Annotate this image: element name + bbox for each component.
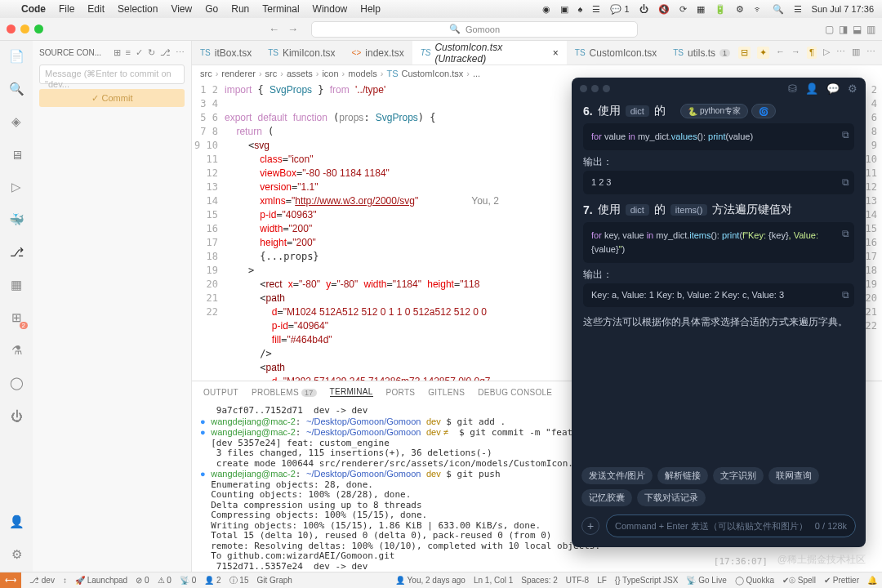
tray-icon[interactable]: 💬 1 — [610, 4, 629, 15]
tb-icon[interactable]: ⋯ — [866, 47, 875, 59]
chip-memory[interactable]: 记忆胶囊 — [581, 489, 632, 506]
status-prettier[interactable]: ✔ Prettier — [824, 576, 859, 586]
panel-debug[interactable]: DEBUG CONSOLE — [478, 388, 552, 397]
a-close-icon[interactable] — [580, 85, 587, 92]
tab-customicon-untracked[interactable]: TSCustomIcon.tsx (Untracked)× — [412, 41, 567, 65]
a-zoom-icon[interactable] — [603, 85, 610, 92]
tab-itbox[interactable]: TSitBox.tsx — [192, 41, 260, 65]
account-icon[interactable]: 👤 — [7, 513, 25, 531]
menu-selection[interactable]: Selection — [118, 3, 158, 15]
panel-terminal[interactable]: TERMINAL — [330, 387, 373, 397]
branch-icon[interactable]: ⎇ — [160, 47, 171, 58]
ext-icon[interactable]: ⊞2 — [7, 309, 25, 327]
copy-icon[interactable]: ⧉ — [842, 227, 849, 240]
panel-problems[interactable]: PROBLEMS17 — [252, 388, 317, 397]
circle-icon[interactable]: ◯ — [7, 374, 25, 392]
tray-wifi-icon[interactable]: ᯤ — [754, 4, 763, 14]
tray-icon[interactable]: ⏻ — [639, 4, 648, 14]
tray-icon[interactable]: ◉ — [542, 4, 550, 15]
power-icon[interactable]: ⏻ — [7, 407, 25, 425]
menu-terminal[interactable]: Terminal — [262, 3, 299, 15]
list-icon[interactable]: ≡ — [126, 47, 131, 58]
check-icon[interactable]: ✓ — [136, 47, 143, 58]
menu-go[interactable]: Go — [205, 3, 218, 15]
tb-icon[interactable]: ⊟ — [738, 47, 751, 59]
a-gear-icon[interactable]: ⚙ — [848, 82, 858, 95]
app-name[interactable]: Code — [21, 3, 46, 15]
copy-icon[interactable]: ⧉ — [842, 176, 849, 189]
status-bell-icon[interactable]: 🔔 — [867, 576, 877, 586]
tb-icon[interactable]: ¶ — [807, 47, 817, 59]
a-user-icon[interactable]: 👤 — [805, 82, 818, 95]
close-tab-icon[interactable]: × — [553, 47, 559, 59]
status-info[interactable]: ⓘ 15 — [229, 575, 249, 586]
menu-view[interactable]: View — [171, 3, 192, 15]
tb-icon[interactable]: ✦ — [757, 47, 769, 59]
status-err[interactable]: ⊘ 0 — [136, 576, 149, 585]
a-chat-icon[interactable]: 💬 — [826, 82, 840, 95]
menu-run[interactable]: Run — [231, 3, 249, 15]
chip-web[interactable]: 联网查询 — [768, 467, 819, 484]
tb-icon[interactable]: → — [791, 47, 800, 59]
layout-icon[interactable]: ◨ — [839, 24, 848, 35]
status-spell[interactable]: ✔⦾ Spell — [782, 576, 816, 586]
status-branch[interactable]: ⎇ dev — [29, 576, 55, 585]
menubar-clock[interactable]: Sun Jul 7 17:36 — [812, 4, 874, 14]
status-graph[interactable]: Git Graph — [256, 576, 292, 585]
status-author[interactable]: 👤 You, 2 days ago — [395, 576, 466, 586]
tab-kimiicon[interactable]: TSKimiIcon.tsx — [260, 41, 343, 65]
chip-download[interactable]: 下载对话记录 — [637, 489, 706, 506]
command-center[interactable]: 🔍 Gomoon — [311, 21, 638, 38]
model-chip[interactable]: 🌀 — [751, 104, 776, 118]
status-quokka[interactable]: ◯ Quokka — [735, 576, 774, 586]
tray-icon[interactable]: ▦ — [697, 4, 705, 15]
panel-ports[interactable]: PORTS — [386, 388, 416, 397]
tab-utils[interactable]: TSutils.ts 1 — [665, 41, 738, 65]
panel-output[interactable]: OUTPUT — [203, 388, 238, 397]
menu-file[interactable]: File — [59, 3, 74, 15]
status-lang[interactable]: {} TypeScript JSX — [615, 576, 679, 586]
close-icon[interactable] — [7, 24, 16, 33]
refresh-icon[interactable]: ↻ — [148, 47, 155, 58]
nav-forward-icon[interactable]: → — [287, 23, 298, 35]
tb-icon[interactable]: ▥ — [852, 47, 860, 59]
add-icon[interactable]: + — [581, 517, 599, 535]
python-expert-chip[interactable]: 🐍 python专家 — [680, 104, 748, 118]
menu-edit[interactable]: Edit — [87, 3, 105, 15]
menu-help[interactable]: Help — [360, 3, 381, 15]
scm-icon[interactable]: ⎇ — [7, 243, 25, 261]
tray-icon[interactable]: ▣ — [560, 4, 568, 15]
more-icon[interactable]: ⋯ — [176, 47, 185, 58]
a-db-icon[interactable]: ⛁ — [788, 82, 797, 95]
run-icon[interactable]: ▷ — [7, 178, 25, 196]
tb-icon[interactable]: ← — [776, 47, 785, 59]
chip-parse-link[interactable]: 解析链接 — [657, 467, 708, 484]
settings-icon[interactable]: ⚙ — [7, 546, 25, 564]
search-icon[interactable]: 🔍 — [7, 80, 25, 98]
docker-icon[interactable]: 🐳 — [7, 211, 25, 229]
tray-icon[interactable]: ♠ — [578, 4, 583, 14]
menu-window[interactable]: Window — [313, 3, 348, 15]
layout-icon[interactable]: ▢ — [825, 24, 834, 35]
commit-message-input[interactable]: Message (⌘Enter to commit on "dev... — [39, 65, 185, 84]
tray-icon[interactable]: ☰ — [592, 4, 600, 15]
tray-icon[interactable]: ⚙ — [736, 4, 744, 15]
flask-icon[interactable]: ⚗ — [7, 341, 25, 359]
status-ports[interactable]: 👤 2 — [204, 576, 220, 585]
chip-send-file[interactable]: 发送文件/图片 — [581, 467, 653, 484]
status-sync[interactable]: ↕ — [63, 576, 67, 585]
tray-cc-icon[interactable]: ☰ — [794, 4, 802, 15]
layout-icon[interactable]: ▥ — [866, 24, 875, 35]
tray-icon[interactable]: 🔇 — [658, 4, 670, 15]
tray-icon[interactable]: ⟳ — [679, 4, 687, 15]
layers-icon[interactable]: ◈ — [7, 113, 25, 131]
status-pos[interactable]: Ln 1, Col 1 — [474, 576, 513, 586]
status-warn[interactable]: ⚠ 0 — [158, 576, 172, 585]
remote-indicator[interactable]: ⟷ — [0, 572, 21, 589]
tray-search-icon[interactable]: 🔍 — [773, 4, 784, 15]
copy-icon[interactable]: ⧉ — [842, 288, 849, 301]
status-port[interactable]: 📡 0 — [180, 576, 196, 585]
extensions-icon[interactable]: ▦ — [7, 276, 25, 294]
tb-icon[interactable]: ▷ — [823, 47, 830, 59]
remote-icon[interactable]: 🖥 — [7, 145, 25, 163]
